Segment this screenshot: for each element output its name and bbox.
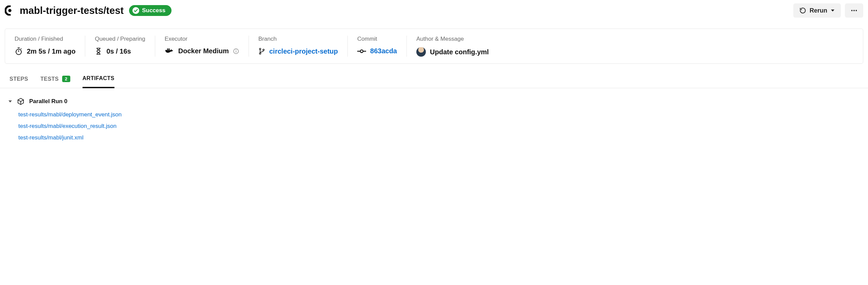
metric-label: Branch bbox=[258, 36, 338, 42]
job-metrics-card: Duration / Finished 2m 5s / 1m ago Queue… bbox=[5, 28, 863, 64]
svg-point-12 bbox=[236, 50, 236, 50]
parallel-run-header[interactable]: Parallel Run 0 bbox=[8, 98, 860, 105]
tab-label: TESTS bbox=[40, 76, 59, 82]
svg-point-0 bbox=[8, 9, 11, 12]
tab-artifacts[interactable]: ARTIFACTS bbox=[83, 75, 114, 88]
svg-point-3 bbox=[853, 10, 855, 11]
svg-point-16 bbox=[360, 50, 363, 53]
ellipsis-icon bbox=[850, 7, 858, 14]
branch-link[interactable]: circleci-project-setup bbox=[269, 48, 338, 55]
metric-author: Author & Message Update config.yml bbox=[407, 36, 498, 57]
rerun-button[interactable]: Rerun bbox=[793, 3, 841, 18]
queued-value: 0s / 16s bbox=[106, 48, 131, 55]
caret-down-icon bbox=[8, 99, 12, 103]
metric-label: Executor bbox=[165, 36, 239, 42]
artifact-link[interactable]: test-results/mabl/junit.xml bbox=[18, 134, 860, 141]
job-title: mabl-trigger-tests/test bbox=[5, 5, 124, 16]
tab-tests[interactable]: TESTS 2 bbox=[40, 75, 70, 88]
metric-label: Duration / Finished bbox=[15, 36, 75, 42]
svg-point-2 bbox=[851, 10, 853, 11]
svg-point-4 bbox=[855, 10, 857, 11]
artifact-link[interactable]: test-results/mabl/deployment_event.json bbox=[18, 111, 860, 118]
metric-branch: Branch circleci-project-setup bbox=[249, 36, 348, 57]
parallel-run-title: Parallel Run 0 bbox=[29, 98, 67, 105]
stopwatch-icon bbox=[15, 47, 23, 55]
more-button[interactable] bbox=[845, 3, 863, 18]
docker-icon bbox=[165, 48, 174, 55]
check-circle-icon bbox=[132, 7, 139, 14]
rerun-label: Rerun bbox=[810, 7, 827, 14]
artifact-list: test-results/mabl/deployment_event.json … bbox=[8, 111, 860, 141]
git-commit-icon bbox=[357, 48, 366, 55]
svg-rect-10 bbox=[168, 49, 170, 50]
executor-value: Docker Medium bbox=[178, 47, 229, 55]
metric-executor: Executor Docker Medium bbox=[155, 36, 249, 57]
metric-queued: Queued / Preparing 0s / 16s bbox=[85, 36, 155, 57]
artifacts-panel: Parallel Run 0 test-results/mabl/deploym… bbox=[0, 88, 868, 151]
tests-count-badge: 2 bbox=[62, 76, 70, 82]
tab-steps[interactable]: STEPS bbox=[10, 75, 28, 88]
tab-label: STEPS bbox=[10, 76, 28, 82]
box-icon bbox=[17, 98, 24, 105]
metric-label: Commit bbox=[357, 36, 397, 42]
circleci-icon bbox=[5, 5, 15, 16]
artifact-link[interactable]: test-results/mabl/execution_result.json bbox=[18, 123, 860, 130]
git-branch-icon bbox=[258, 47, 265, 55]
metric-duration: Duration / Finished 2m 5s / 1m ago bbox=[13, 36, 85, 57]
svg-point-15 bbox=[263, 49, 264, 51]
status-label: Success bbox=[142, 7, 165, 14]
refresh-icon bbox=[799, 7, 806, 14]
svg-rect-9 bbox=[167, 49, 168, 50]
metric-commit: Commit 863acda bbox=[348, 36, 407, 57]
tab-label: ARTIFACTS bbox=[83, 75, 114, 81]
job-title-text: mabl-trigger-tests/test bbox=[20, 5, 124, 16]
commit-link[interactable]: 863acda bbox=[370, 47, 397, 55]
hourglass-icon bbox=[95, 47, 102, 55]
svg-point-14 bbox=[259, 53, 261, 54]
caret-down-icon bbox=[831, 8, 835, 13]
metric-label: Queued / Preparing bbox=[95, 36, 145, 42]
avatar bbox=[416, 47, 426, 57]
commit-message: Update config.yml bbox=[430, 48, 489, 56]
svg-point-13 bbox=[259, 48, 261, 50]
duration-value: 2m 5s / 1m ago bbox=[27, 48, 75, 55]
metric-label: Author & Message bbox=[416, 36, 489, 42]
tabs: STEPS TESTS 2 ARTIFACTS bbox=[0, 64, 868, 88]
status-badge: Success bbox=[129, 5, 171, 16]
info-icon[interactable] bbox=[233, 48, 239, 54]
